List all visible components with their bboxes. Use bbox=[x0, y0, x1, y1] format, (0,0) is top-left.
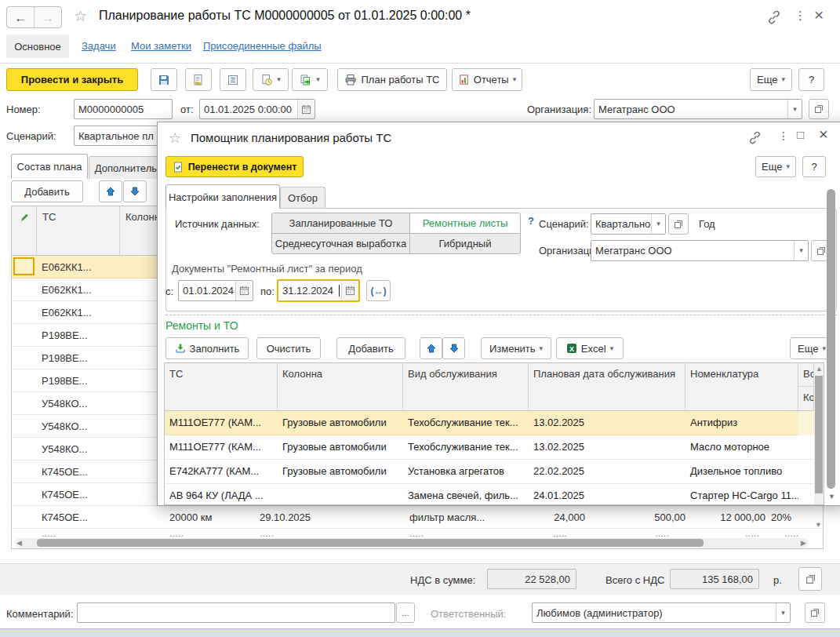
transfer-to-document-button[interactable]: Перенести в документ bbox=[165, 156, 304, 177]
add-row-button-main[interactable]: Добавить bbox=[11, 180, 83, 202]
dialog-scenario-field[interactable]: Квартальное г ▾ bbox=[591, 213, 666, 235]
grid-header-nom[interactable]: Номенклатура bbox=[685, 363, 798, 411]
dialog-kebab-icon[interactable]: ⋮ bbox=[778, 129, 789, 142]
calendar-icon[interactable] bbox=[297, 100, 315, 118]
grid-header-tc[interactable]: ТС bbox=[165, 363, 278, 411]
nav-tab-main[interactable]: Основное bbox=[6, 35, 69, 58]
menu-kebab-icon[interactable]: ⋮ bbox=[795, 9, 806, 23]
hscroll-left-icon[interactable]: ◀ bbox=[16, 540, 22, 547]
back-button[interactable]: ← bbox=[7, 7, 35, 27]
favorite-star-icon[interactable]: ☆ bbox=[74, 7, 87, 25]
separator bbox=[0, 63, 840, 64]
org-open-button[interactable] bbox=[809, 99, 829, 119]
dropdown-caret-icon[interactable]: ▾ bbox=[794, 241, 808, 260]
grid-row-selected[interactable]: М111ОЕ777 (КАМ... Грузовые автомобили Те… bbox=[165, 411, 814, 435]
dialog-org-field[interactable]: Мегатранс ООО ▾ bbox=[591, 240, 809, 261]
svg-text:X: X bbox=[569, 345, 574, 353]
hscroll-right-icon[interactable]: ▶ bbox=[801, 540, 806, 547]
source-help-link[interactable]: ? bbox=[528, 215, 534, 227]
source-option-avg-output[interactable]: Среднесуточная выработка bbox=[271, 233, 410, 254]
nav-tab-main-label: Основное bbox=[14, 41, 61, 53]
dialog-scroll-down-icon[interactable]: ▼ bbox=[828, 493, 835, 500]
number-field[interactable]: М0000000005 bbox=[74, 99, 173, 119]
vscroll-down-icon[interactable]: ▼ bbox=[815, 522, 822, 529]
edit-button[interactable]: Изменить ▾ bbox=[481, 337, 551, 359]
tab-plan-contents-label: Состав плана bbox=[17, 161, 82, 173]
close-window-icon[interactable]: × bbox=[814, 5, 824, 24]
tab-filter[interactable]: Отбор bbox=[280, 187, 325, 209]
get-link-icon[interactable] bbox=[767, 10, 781, 24]
org-field[interactable]: Мегатранс ООО ▾ bbox=[594, 99, 802, 119]
hscroll-thumb[interactable] bbox=[37, 539, 704, 547]
dropdown-caret-icon[interactable]: ▾ bbox=[651, 214, 665, 234]
grid-row[interactable]: АВ 964 КУ (ЛАДА ... Замена свечей, филь.… bbox=[165, 484, 814, 505]
responsible-field[interactable]: Любимов (администратор) ▾ bbox=[532, 602, 791, 623]
dialog-scenario-open-button[interactable] bbox=[668, 213, 689, 235]
help-button-main[interactable]: ? bbox=[798, 68, 824, 91]
hscrollbar[interactable]: ◀ ▶ bbox=[15, 538, 809, 548]
vscroll-thumb[interactable] bbox=[815, 376, 823, 493]
move-up-button-dialog[interactable] bbox=[420, 337, 442, 359]
nav-link-tasks[interactable]: Задачи bbox=[82, 40, 116, 52]
dropdown-caret-icon: ▾ bbox=[277, 76, 281, 83]
totals-open-button[interactable] bbox=[798, 567, 822, 591]
dropdown-caret-icon[interactable]: ▾ bbox=[787, 100, 802, 118]
dialog-help-button[interactable]: ? bbox=[802, 156, 826, 177]
period-from-field[interactable]: 01.01.2024 bbox=[178, 280, 253, 301]
grid-header-date[interactable]: Плановая дата обслуживания bbox=[529, 363, 685, 411]
help-label: ? bbox=[809, 74, 814, 86]
responsible-open-button[interactable] bbox=[805, 602, 825, 623]
repairs-section-title: Ремонты и ТО bbox=[165, 319, 238, 332]
tab-fill-settings[interactable]: Настройки заполнения bbox=[165, 184, 280, 209]
grid-row[interactable]: М111ОЕ777 (КАМ... Грузовые автомобили Те… bbox=[165, 435, 814, 460]
move-down-button-main[interactable] bbox=[123, 180, 147, 202]
reports-button[interactable]: Отчеты ▾ bbox=[452, 68, 522, 91]
grid-header-vid[interactable]: Вид обслуживания bbox=[403, 363, 529, 411]
excel-button[interactable]: X Excel ▾ bbox=[556, 337, 624, 359]
fill-label: Заполнить bbox=[190, 343, 240, 355]
save-button[interactable] bbox=[151, 68, 177, 91]
grid-vscrollbar[interactable]: ▲ bbox=[814, 363, 824, 504]
document-list-button[interactable] bbox=[220, 68, 246, 91]
calendar-icon[interactable] bbox=[341, 281, 358, 300]
tab-plan-contents[interactable]: Состав плана bbox=[11, 154, 88, 179]
plan-print-button[interactable]: План работы ТС bbox=[337, 68, 447, 91]
dialog-favorite-star-icon[interactable]: ☆ bbox=[169, 129, 181, 147]
source-option-planned-to[interactable]: Запланированные ТО bbox=[271, 213, 410, 234]
more-button-main[interactable]: Еще ▾ bbox=[750, 68, 792, 91]
source-option-repair-sheets[interactable]: Ремонтные листы bbox=[409, 213, 521, 234]
document-date-field[interactable]: 01.01.2025 0:00:00 bbox=[199, 99, 315, 119]
comment-field[interactable] bbox=[77, 602, 395, 623]
forward-button[interactable]: → bbox=[35, 7, 61, 27]
col-header-tc[interactable]: ТС bbox=[37, 206, 120, 256]
cell-nom: Масло моторное bbox=[685, 435, 798, 453]
table-row[interactable]: К745ОЕ... 20000 км 29.10.2025 фильтр мас… bbox=[12, 506, 823, 529]
nav-link-files[interactable]: Присоединенные файлы bbox=[203, 40, 322, 52]
dialog-maximize-icon[interactable]: □ bbox=[797, 128, 804, 141]
grid-header-clipped-bottom[interactable]: Ко bbox=[798, 387, 814, 411]
source-option-hybrid[interactable]: Гибридный bbox=[409, 233, 521, 254]
dropdown-caret-icon[interactable]: ▾ bbox=[776, 603, 790, 622]
document-history-button[interactable]: ▾ bbox=[253, 68, 289, 91]
clear-button[interactable]: Очистить bbox=[256, 337, 321, 359]
calendar-icon[interactable] bbox=[235, 281, 253, 300]
post-and-close-button[interactable]: Провести и закрыть bbox=[6, 68, 138, 91]
post-document-button[interactable] bbox=[185, 68, 212, 91]
grid-header-clipped-top[interactable]: Вс bbox=[798, 363, 814, 387]
grid-row[interactable]: Е742КА777 (КАМ... Грузовые автомобили Ус… bbox=[165, 460, 814, 484]
move-up-button-main[interactable] bbox=[99, 180, 122, 202]
create-based-on-button[interactable]: ▾ bbox=[292, 68, 328, 91]
dialog-link-icon[interactable] bbox=[748, 131, 762, 144]
add-row-button-dialog[interactable]: Добавить bbox=[336, 337, 405, 359]
grid-header-kolonna[interactable]: Колонна bbox=[278, 363, 403, 411]
fill-button[interactable]: Заполнить bbox=[165, 337, 249, 359]
dialog-scrollbar-thumb[interactable] bbox=[827, 189, 835, 489]
period-to-field-focused[interactable]: 31.12.2024 bbox=[277, 279, 360, 302]
move-down-button-dialog[interactable] bbox=[442, 337, 465, 359]
comment-expand-button[interactable]: ... bbox=[396, 602, 415, 623]
choose-period-button[interactable]: (↔) bbox=[366, 280, 391, 301]
nav-link-notes[interactable]: Мои заметки bbox=[131, 40, 191, 52]
dialog-more-button[interactable]: Еще ▾ bbox=[755, 156, 796, 177]
dialog-close-icon[interactable]: × bbox=[819, 126, 828, 144]
vscroll-up-icon[interactable]: ▲ bbox=[816, 366, 823, 373]
